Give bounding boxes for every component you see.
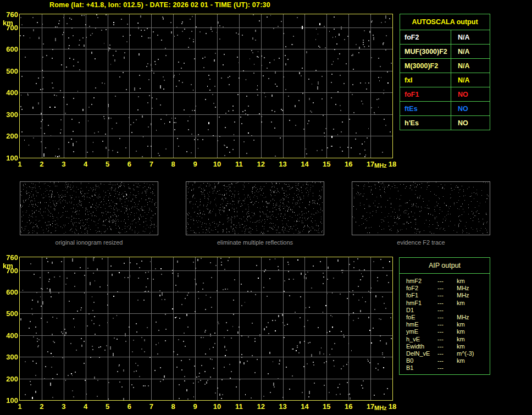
aip-param: DelN_vE: [406, 350, 430, 357]
aip-param: foF1: [406, 292, 418, 299]
aip-param: hmF1: [406, 300, 422, 307]
aip-value: ---: [437, 328, 444, 335]
top-ionogram-noise-canvas: [20, 14, 392, 158]
autoscala-param-value: N/A: [451, 30, 490, 44]
top-plot-x-tick: 4: [79, 161, 92, 168]
aip-unit: km: [457, 321, 465, 328]
top-plot-x-tick: 6: [123, 161, 136, 168]
bottom-plot-x-tick: 1: [13, 403, 26, 410]
autoscala-param-label: fxI: [400, 73, 451, 87]
bottom-plot-x-tick: 5: [101, 403, 114, 410]
top-plot-x-tick: 8: [167, 161, 180, 168]
aip-unit: MHz: [457, 292, 469, 299]
aip-table-header: AIP output: [400, 258, 490, 274]
bottom-plot-x-tick: 3: [57, 403, 70, 410]
bottom-plot-x-unit-label: MHz: [374, 405, 387, 411]
aip-param: ymE: [406, 328, 418, 335]
aip-param: hmE: [406, 321, 419, 328]
autoscala-param-label: ftEs: [400, 102, 451, 115]
aip-value: ---: [437, 292, 444, 299]
bottom-plot-y-tick: 300: [1, 353, 18, 361]
aip-value: ---: [437, 364, 444, 372]
bottom-plot-x-tick: 12: [254, 403, 268, 410]
aip-param: B1: [406, 364, 413, 372]
aip-row-hme: hmE---km: [400, 321, 490, 328]
aip-value: ---: [437, 321, 444, 328]
aip-unit: km: [457, 343, 465, 350]
bottom-plot-x-tick: 16: [342, 403, 355, 410]
aip-row-delnve: DelN_vE---m^(-3): [400, 350, 490, 357]
aip-unit: km: [457, 357, 465, 364]
autoscala-param-value: N/A: [451, 73, 490, 87]
top-plot-y-tick: 300: [1, 111, 18, 118]
autoscala-param-label: foF1: [400, 87, 451, 101]
caption-evidence-f2: evidence F2 trace: [352, 239, 490, 246]
aip-unit: km: [457, 336, 465, 343]
aip-unit: m^(-3): [457, 350, 474, 357]
top-plot-x-tick: 11: [232, 161, 246, 168]
autoscala-row-muf3000f2: MUF(3000)F2N/A: [400, 45, 490, 59]
aip-unit: km: [457, 300, 465, 307]
bottom-plot-x-tick: 6: [123, 403, 136, 410]
autoscala-output-table: AUTOSCALA output foF2N/AMUF(3000)F2N/AM(…: [400, 14, 490, 130]
page-title: Rome (lat: +41.8, lon: 012.5) - DATE: 20…: [49, 1, 270, 9]
top-plot-x-tick: 5: [101, 161, 114, 168]
bottom-plot-x-tick: 2: [35, 403, 48, 410]
top-plot-x-tick: 13: [276, 161, 290, 168]
autoscala-param-label: foF2: [400, 30, 451, 44]
autoscala-row-hes: h'EsNO: [400, 116, 490, 130]
top-plot-x-tick: 10: [210, 161, 224, 168]
top-plot-y-tick: 500: [1, 68, 18, 75]
top-plot-y-tick: 400: [1, 89, 18, 96]
top-plot-x-tick: 18: [386, 161, 399, 168]
aip-row-b0: B0---km: [400, 357, 490, 364]
bottom-plot-y-unit-label: km: [3, 262, 13, 269]
panel-original-noise-canvas: [20, 182, 158, 235]
aip-row-ewidth: Ewidth---km: [400, 343, 490, 350]
top-plot-y-unit-label: km: [3, 19, 13, 26]
bottom-plot-y-tick: 600: [1, 289, 18, 296]
aip-param: hmF2: [406, 278, 422, 285]
bottom-plot-x-tick: 9: [189, 403, 202, 410]
autoscala-param-value: N/A: [451, 45, 490, 58]
panel-evidence-f2: [352, 181, 490, 235]
aip-param: foF2: [406, 285, 418, 292]
bottom-plot-x-tick: 15: [320, 403, 333, 410]
aip-value: ---: [437, 300, 444, 307]
bottom-plot-y-tick: 760: [1, 254, 18, 261]
aip-value: ---: [437, 350, 444, 357]
aip-value: ---: [437, 314, 444, 321]
autoscala-param-value: N/A: [451, 59, 490, 73]
panel-eliminate-noise-canvas: [186, 182, 324, 235]
top-plot-x-tick: 16: [342, 161, 355, 168]
aip-row-yme: ymE---km: [400, 328, 490, 335]
aip-row-foe: foE---MHz: [400, 314, 490, 321]
autoscala-window: Rome (lat: +41.8, lon: 012.5) - DATE: 20…: [0, 0, 532, 415]
autoscala-row-m3000f2: M(3000)F2N/A: [400, 59, 490, 73]
aip-row-fof2: foF2---MHz: [400, 285, 490, 292]
top-plot-x-tick: 1: [13, 161, 26, 168]
aip-value: ---: [437, 278, 444, 285]
aip-row-hmf2: hmF2---km: [400, 278, 490, 285]
bottom-plot-x-tick: 18: [386, 403, 399, 410]
bottom-plot-y-tick: 400: [1, 332, 18, 339]
aip-row-hve: h_vE---km: [400, 336, 490, 343]
aip-row-d1: D1---: [400, 307, 490, 314]
aip-value: ---: [437, 307, 444, 314]
bottom-plot-x-tick: 4: [79, 403, 92, 410]
autoscala-param-value: NO: [451, 102, 490, 115]
caption-original-ionogram: original ionogram resized: [20, 239, 158, 246]
autoscala-table-header: AUTOSCALA output: [400, 14, 490, 30]
autoscala-row-fxi: fxIN/A: [400, 73, 490, 87]
bottom-plot-x-tick: 8: [167, 403, 180, 410]
autoscala-row-fof2: foF2N/A: [400, 30, 490, 45]
top-plot-x-tick: 2: [35, 161, 48, 168]
aip-table-body: hmF2---kmfoF2---MHzfoF1---MHzhmF1---kmD1…: [400, 274, 490, 374]
aip-row-b1: B1---: [400, 364, 490, 372]
autoscala-param-value: NO: [451, 87, 490, 101]
bottom-plot-x-tick: 11: [232, 403, 246, 410]
aip-unit: MHz: [457, 285, 469, 292]
aip-param: B0: [406, 357, 413, 364]
bottom-plot-y-tick: 500: [1, 310, 18, 317]
bottom-plot-x-tick: 10: [210, 403, 224, 410]
